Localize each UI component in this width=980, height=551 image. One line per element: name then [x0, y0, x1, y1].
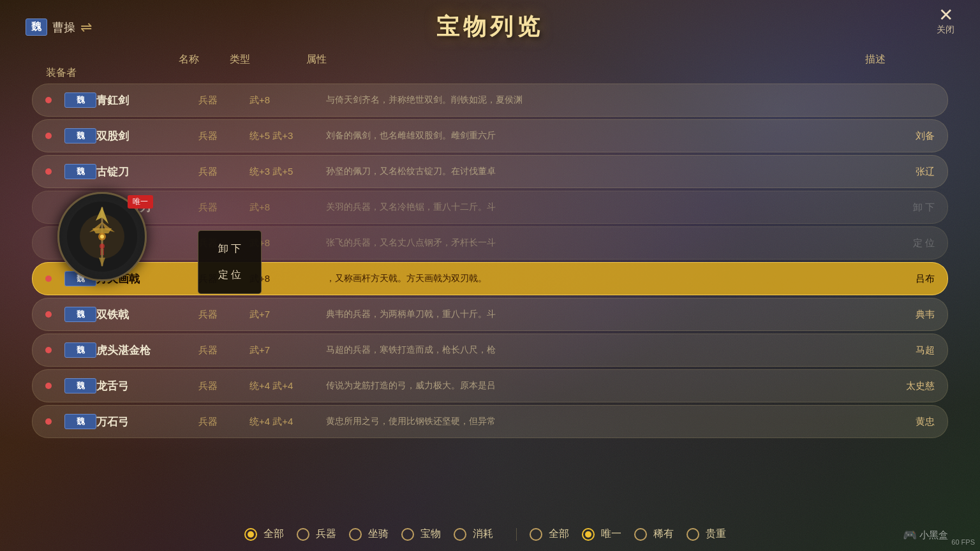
rarity-rare-radio[interactable]	[634, 528, 647, 541]
table-row[interactable]: 魏 虎头湛金枪 兵器 武+7 马超的兵器，寒铁打造而成，枪长八尺，枪 马超	[32, 334, 948, 367]
item-equip: 定 位	[858, 237, 935, 249]
item-faction: 魏	[64, 342, 96, 358]
item-type: 兵器	[198, 166, 249, 178]
item-equip: 太史慈	[858, 380, 935, 392]
unequip-button[interactable]: 卸 下	[198, 236, 261, 262]
dot-icon	[45, 347, 52, 353]
item-desc: 马超的兵器，寒铁打造而成，枪长八尺，枪	[326, 344, 858, 356]
item-desc: 黄忠所用之弓，使用比钢铁还坚硬，但异常	[326, 416, 858, 427]
dot-icon	[45, 311, 52, 318]
item-name: 万石弓	[96, 415, 198, 429]
dot-icon	[45, 383, 52, 389]
close-label: 关闭	[937, 24, 954, 36]
rarity-all-label[interactable]: 全部	[549, 527, 569, 541]
item-faction: 魏	[64, 92, 96, 108]
table-row[interactable]: 魏 龙舌弓 兵器 统+4 武+4 传说为龙筋打造的弓，威力极大。原本是吕 太史慈	[32, 369, 948, 402]
col-desc: 描述	[865, 53, 942, 66]
item-name: 龙舌弓	[96, 379, 198, 393]
item-name: 古锭刀	[96, 165, 198, 179]
page-title: 宝物列览	[436, 11, 544, 43]
table-row[interactable]: 魏 古锭刀 兵器 统+3 武+5 孙坚的佩刀，又名松纹古锭刀。在讨伐董卓 张辽	[32, 155, 948, 188]
table-row[interactable]: 青龙偃月刀 兵器 武+8 关羽的兵器，又名冷艳锯，重八十二斤。斗 卸 下	[32, 191, 948, 224]
table-row[interactable]: 魏 双股剑 兵器 统+5 武+3 刘备的佩剑，也名雌雄双股剑。雌剑重六斤 刘备	[32, 119, 948, 152]
item-desc: 刘备的佩剑，也名雌雄双股剑。雌剑重六斤	[326, 130, 858, 142]
dot-icon	[45, 168, 52, 175]
type-filter-group: 全部 兵器 坐骑 宝物 消耗	[244, 527, 503, 541]
item-attrs: 统+4 武+4	[249, 416, 326, 428]
item-equip: 吕布	[858, 273, 935, 285]
item-name: 双铁戟	[96, 307, 198, 322]
rarity-rare-label[interactable]: 稀有	[653, 527, 674, 541]
dot-icon	[45, 276, 52, 282]
table-row[interactable]: 魏 万石弓 兵器 统+4 武+4 黄忠所用之弓，使用比钢铁还坚硬，但异常 黄忠	[32, 405, 948, 438]
item-attrs: 统+5 武+3	[249, 130, 326, 142]
table-row[interactable]: 魏 青釭剑 兵器 武+8 与倚天剑齐名，并称绝世双剑。削铁如泥，夏侯渊	[32, 84, 948, 117]
dot-icon	[45, 418, 52, 425]
table-row[interactable]: 丈八蛇矛 兵器 武+8 张飞的兵器，又名丈八点钢矛，矛杆长一斗 定 位	[32, 226, 948, 260]
item-equip: 典韦	[858, 309, 935, 321]
item-faction: 魏	[64, 164, 96, 179]
item-type: 兵器	[198, 380, 249, 392]
table-row[interactable]: 魏 方天画戟 兵器 武+8 ，又称画杆方天戟。方天画戟为双刃戟。 吕布	[32, 262, 948, 295]
filter-consumable-label[interactable]: 消耗	[473, 527, 493, 541]
swap-icon[interactable]: ⇌	[80, 19, 92, 36]
rarity-precious-radio[interactable]	[687, 528, 699, 541]
item-equip: 卸 下	[858, 202, 935, 214]
item-type: 兵器	[198, 94, 249, 107]
item-faction: 魏	[64, 128, 96, 143]
item-desc: 孙坚的佩刀，又名松纹古锭刀。在讨伐董卓	[326, 166, 858, 177]
filter-mount-label[interactable]: 坐骑	[368, 527, 389, 541]
close-icon: ✕	[939, 6, 953, 24]
rarity-unique-radio[interactable]	[582, 528, 595, 541]
filter-mount-radio[interactable]	[349, 528, 362, 541]
item-desc: 张飞的兵器，又名丈八点钢矛，矛杆长一斗	[326, 237, 858, 249]
item-desc: 与倚天剑齐名，并称绝世双剑。削铁如泥，夏侯渊	[326, 94, 858, 106]
item-desc: 传说为龙筋打造的弓，威力极大。原本是吕	[326, 380, 858, 392]
item-type: 兵器	[198, 309, 249, 321]
dot-icon	[45, 133, 52, 139]
dot-icon	[45, 97, 52, 103]
table-row[interactable]: 魏 双铁戟 兵器 武+7 典韦的兵器，为两柄单刀戟，重八十斤。斗 典韦	[32, 298, 948, 331]
item-type: 兵器	[198, 202, 249, 214]
item-type: 兵器	[198, 344, 249, 356]
locate-button[interactable]: 定 位	[198, 262, 261, 288]
filter-weapon-radio[interactable]	[297, 528, 309, 541]
item-faction: 魏	[64, 378, 96, 393]
svg-point-6	[100, 235, 104, 239]
item-attrs: 统+4 武+4	[249, 380, 326, 392]
rarity-all-radio[interactable]	[530, 528, 542, 541]
rarity-unique-label[interactable]: 唯一	[601, 527, 621, 541]
col-type: 类型	[230, 53, 306, 66]
item-equip: 马超	[858, 344, 935, 356]
col-name: 名称	[179, 53, 230, 66]
item-attrs: 统+3 武+5	[249, 166, 326, 178]
item-desc: 典韦的兵器，为两柄单刀戟，重八十斤。斗	[326, 309, 858, 320]
svg-point-10	[100, 244, 105, 249]
item-attrs: 武+8	[249, 202, 326, 214]
item-name: 虎头湛金枪	[96, 343, 198, 358]
item-name: 双股剑	[96, 129, 198, 143]
col-attrs: 属性	[306, 53, 865, 66]
filter-all-label[interactable]: 全部	[264, 527, 284, 541]
items-list: 魏 青釭剑 兵器 武+8 与倚天剑齐名，并称绝世双剑。削铁如泥，夏侯渊 魏 双股…	[0, 84, 980, 520]
item-desc: 关羽的兵器，又名冷艳锯，重八十二斤。斗	[326, 202, 858, 213]
general-name: 曹操	[52, 20, 75, 35]
main-panel: 魏 曹操 ⇌ 宝物列览 ✕ 关闭 名称 类型 属性 描述 装备者 魏 青釭剑 兵…	[0, 0, 980, 551]
item-type: 兵器	[198, 130, 249, 142]
filter-treasure-radio[interactable]	[401, 528, 414, 541]
item-faction: 魏	[64, 307, 96, 322]
dot-placeholder	[45, 204, 52, 210]
item-attrs: 武+7	[249, 344, 326, 356]
column-headers: 名称 类型 属性 描述 装备者	[0, 49, 980, 84]
item-equip: 黄忠	[858, 416, 935, 428]
faction-badge: 魏	[26, 18, 47, 36]
filter-consumable-radio[interactable]	[454, 528, 466, 541]
filter-all-radio[interactable]	[244, 528, 257, 541]
unique-badge: 唯一	[128, 195, 153, 209]
rarity-precious-label[interactable]: 贵重	[706, 527, 726, 541]
context-overlay: 唯一 卸 下 定 位	[57, 192, 147, 281]
close-button[interactable]: ✕ 关闭	[937, 6, 954, 36]
filter-weapon-label[interactable]: 兵器	[316, 527, 336, 541]
filter-treasure-label[interactable]: 宝物	[420, 527, 441, 541]
col-equip: 装备者	[38, 66, 77, 80]
